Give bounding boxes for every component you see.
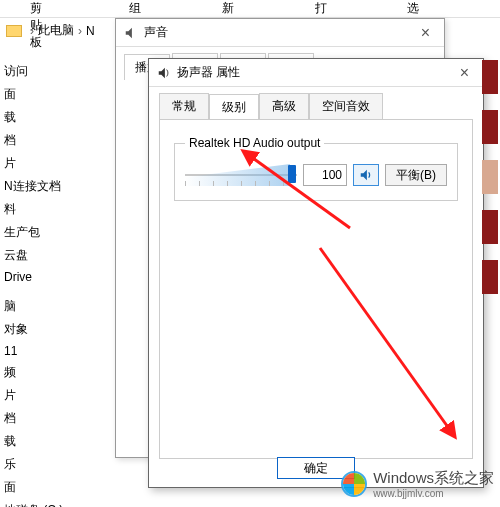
sound-titlebar[interactable]: 声音 × — [116, 19, 444, 47]
breadcrumb-thispc[interactable]: 此电脑 — [38, 22, 74, 39]
speaker-title: 扬声器 属性 — [177, 64, 240, 81]
sidebar-item[interactable]: 地磁盘 (C:) — [0, 499, 110, 507]
tab-spatial[interactable]: 空间音效 — [309, 93, 383, 119]
sidebar-item[interactable]: 生产包 — [0, 221, 110, 244]
volume-slider[interactable] — [185, 164, 297, 186]
sidebar-item[interactable]: 片 — [0, 384, 110, 407]
volume-icon — [359, 168, 373, 182]
sidebar-item[interactable]: 载 — [0, 106, 110, 129]
balance-button[interactable]: 平衡(B) — [385, 164, 447, 186]
sidebar-item[interactable]: N连接文档 — [0, 175, 110, 198]
sidebar-item[interactable]: 访问 — [0, 60, 110, 83]
audio-output-group: Realtek HD Audio output 平衡(B) — [174, 136, 458, 201]
sidebar-item[interactable]: 片 — [0, 152, 110, 175]
ribbon-organize: 组织 — [129, 0, 142, 17]
watermark-brand: Windows — [373, 469, 434, 486]
sidebar-item[interactable]: 11 — [0, 341, 110, 361]
windows-logo-icon — [341, 471, 367, 497]
levels-panel: Realtek HD Audio output 平衡(B) — [159, 119, 473, 459]
image-thumbnail[interactable] — [482, 110, 498, 144]
sidebar-item[interactable]: 频 — [0, 361, 110, 384]
sidebar-item[interactable]: 脑 — [0, 295, 110, 318]
image-thumbnail[interactable] — [482, 160, 498, 194]
ribbon-header: 剪贴板 组织 新建 打开 选择 — [0, 0, 500, 18]
close-icon[interactable]: × — [454, 64, 475, 82]
volume-value-input[interactable] — [303, 164, 347, 186]
device-label: Realtek HD Audio output — [185, 136, 324, 150]
speaker-titlebar[interactable]: 扬声器 属性 × — [149, 59, 483, 87]
watermark-url: www.bjjmlv.com — [373, 488, 494, 499]
tab-advanced[interactable]: 高级 — [259, 93, 309, 119]
slider-thumb[interactable] — [288, 165, 296, 183]
sidebar-item[interactable]: 云盘 — [0, 244, 110, 267]
ribbon-select: 选择 — [407, 0, 420, 17]
image-thumbnail[interactable] — [482, 260, 498, 294]
sidebar-item[interactable]: 档 — [0, 129, 110, 152]
explorer-sidebar: 访问 面 载 档 片 N连接文档 料 生产包 云盘 Drive 脑 对象 11 … — [0, 60, 110, 507]
mute-button[interactable] — [353, 164, 379, 186]
sidebar-item[interactable]: 料 — [0, 198, 110, 221]
chevron-right-icon: › — [78, 24, 82, 38]
ribbon-clipboard: 剪贴板 — [30, 0, 49, 17]
ribbon-new: 新建 — [222, 0, 235, 17]
folder-icon — [6, 25, 22, 37]
image-thumbnail[interactable] — [482, 210, 498, 244]
speaker-properties-dialog: 扬声器 属性 × 常规 级别 高级 空间音效 Realtek HD Audio … — [148, 58, 484, 488]
sidebar-item[interactable]: 面 — [0, 476, 110, 499]
watermark-suffix: 系统之家 — [434, 469, 494, 486]
breadcrumb[interactable]: › 此电脑 › N — [6, 22, 95, 39]
breadcrumb-next[interactable]: N — [86, 24, 95, 38]
chevron-right-icon: › — [30, 24, 34, 38]
speaker-icon — [157, 66, 171, 80]
sidebar-item[interactable]: Drive — [0, 267, 110, 287]
image-thumbnail[interactable] — [482, 60, 498, 94]
speaker-icon — [124, 26, 138, 40]
sidebar-item[interactable]: 档 — [0, 407, 110, 430]
close-icon[interactable]: × — [415, 24, 436, 42]
speaker-tabs: 常规 级别 高级 空间音效 — [149, 87, 483, 119]
tab-general[interactable]: 常规 — [159, 93, 209, 119]
sidebar-item[interactable]: 对象 — [0, 318, 110, 341]
slider-ticks — [185, 181, 297, 186]
thumbnail-strip — [482, 60, 498, 310]
watermark: Windows系统之家 www.bjjmlv.com — [341, 469, 494, 499]
tab-levels[interactable]: 级别 — [209, 94, 259, 120]
ribbon-open: 打开 — [315, 0, 328, 17]
sound-title: 声音 — [144, 24, 168, 41]
sidebar-item[interactable]: 乐 — [0, 453, 110, 476]
sidebar-item[interactable]: 载 — [0, 430, 110, 453]
sidebar-item[interactable]: 面 — [0, 83, 110, 106]
